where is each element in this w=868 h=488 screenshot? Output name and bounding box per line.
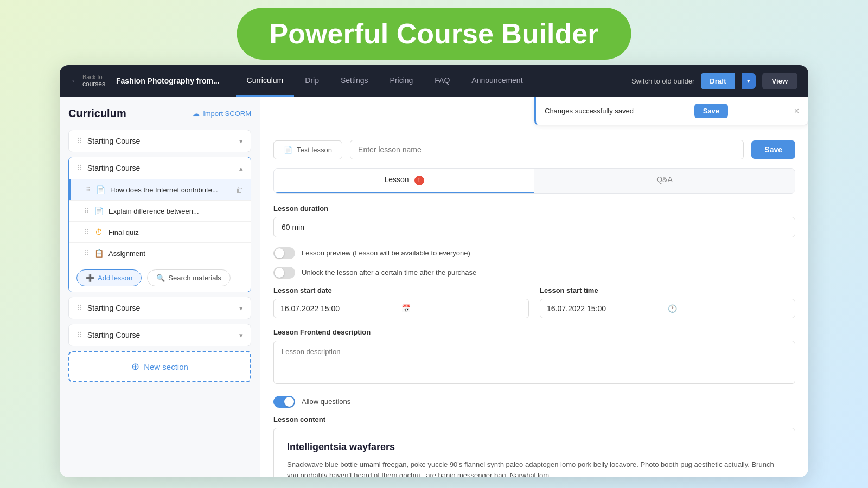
lesson-type-button[interactable]: 📄 Text lesson xyxy=(273,140,342,159)
text-lesson-icon: 📄 xyxy=(95,184,106,195)
right-panel: Changes successfully saved Save × 📄 Text… xyxy=(260,97,808,477)
clock-icon[interactable]: 🕐 xyxy=(668,304,789,313)
hero-title: Powerful Course Builder xyxy=(270,17,599,50)
description-label: Lesson Frontend description xyxy=(273,328,795,336)
drag-handle-icon: ⠿ xyxy=(84,207,89,215)
success-message: Changes successfully saved xyxy=(545,107,634,115)
description-textarea[interactable] xyxy=(273,341,795,384)
tab-lesson[interactable]: Lesson ! xyxy=(274,169,534,193)
unlock-lesson-label: Unlock the lesson after a certain time a… xyxy=(302,268,476,277)
back-label-bottom: courses xyxy=(82,80,105,88)
lesson-badge: ! xyxy=(414,176,424,185)
lesson-type-bar: 📄 Text lesson Save xyxy=(273,140,795,159)
sidebar: Curriculum ☁ Import SCORM ⠿ Starting Cou… xyxy=(60,97,260,477)
tab-drip[interactable]: Drip xyxy=(294,65,330,97)
duration-input[interactable] xyxy=(273,217,795,237)
allow-questions-row: Allow questions xyxy=(273,396,795,408)
assignment-icon: 📋 xyxy=(93,248,104,259)
lesson-item-3[interactable]: ⠿ ⏱ Final quiz xyxy=(69,221,251,242)
tab-settings[interactable]: Settings xyxy=(330,65,379,97)
cloud-icon: ☁ xyxy=(193,110,200,118)
plus-icon: ➕ xyxy=(86,274,94,282)
save-button-banner[interactable]: Save xyxy=(694,104,728,118)
section-4-header[interactable]: ⠿ Starting Course ▾ xyxy=(69,324,251,346)
switch-builder-link[interactable]: Switch to old builder xyxy=(631,77,694,85)
top-nav: ← Back to courses Fashion Photography fr… xyxy=(60,65,808,97)
close-banner-button[interactable]: × xyxy=(794,106,799,116)
view-button[interactable]: View xyxy=(762,73,797,89)
nav-right: Switch to old builder Draft ▾ View xyxy=(631,73,797,89)
lesson-item-2[interactable]: ⠿ 📄 Explain difference between... xyxy=(69,200,251,221)
tab-curriculum[interactable]: Curriculum xyxy=(236,65,295,97)
unlock-lesson-toggle-row: Unlock the lesson after a certain time a… xyxy=(273,267,795,279)
lesson-item-1[interactable]: ⠿ 📄 How does the Internet contribute... … xyxy=(69,179,251,200)
back-arrow-icon: ← xyxy=(71,76,79,86)
lesson-duration-group: Lesson duration xyxy=(273,204,795,237)
back-label-top: Back to xyxy=(82,74,105,80)
start-date-label: Lesson start date xyxy=(273,286,529,294)
quiz-icon: ⏱ xyxy=(93,227,104,237)
tab-pricing[interactable]: Pricing xyxy=(379,65,424,97)
import-scorm-button[interactable]: ☁ Import SCORM xyxy=(193,110,251,118)
tab-announcement[interactable]: Announcement xyxy=(461,65,533,97)
start-date-value: 16.07.2022 15:00 xyxy=(280,304,401,313)
drag-handle-icon: ⠿ xyxy=(86,186,91,194)
content-title: Intelligentsia wayfarers xyxy=(287,441,782,453)
section-2-name: Starting Course xyxy=(87,164,239,172)
new-section-button[interactable]: ⊕ New section xyxy=(68,351,251,382)
sidebar-title: Curriculum xyxy=(68,107,126,120)
section-3-header[interactable]: ⠿ Starting Course ▾ xyxy=(69,297,251,319)
text-lesson-icon: 📄 xyxy=(93,206,104,216)
back-to-courses-button[interactable]: ← Back to courses xyxy=(71,74,105,88)
start-time-input-wrap: 16.07.2022 15:00 🕐 xyxy=(540,299,795,318)
lesson-4-name: Assignment xyxy=(108,249,243,258)
app-window: ← Back to courses Fashion Photography fr… xyxy=(60,65,808,477)
draft-button[interactable]: Draft xyxy=(701,73,735,89)
sidebar-header: Curriculum ☁ Import SCORM xyxy=(68,107,251,120)
section-4-name: Starting Course xyxy=(87,331,239,339)
drag-handle-icon: ⠿ xyxy=(84,228,89,236)
lesson-item-4[interactable]: ⠿ 📋 Assignment xyxy=(69,242,251,264)
lesson-name-input[interactable] xyxy=(350,140,744,159)
lesson-2-name: Explain difference between... xyxy=(108,207,243,215)
lesson-preview-toggle[interactable] xyxy=(273,247,295,259)
search-materials-button[interactable]: 🔍 Search materials xyxy=(147,269,231,286)
content-tabs: Lesson ! Q&A xyxy=(273,168,795,194)
chevron-down-icon: ▾ xyxy=(239,304,243,312)
unlock-lesson-toggle[interactable] xyxy=(273,267,295,279)
document-icon: 📄 xyxy=(284,146,292,154)
add-lesson-button[interactable]: ➕ Add lesson xyxy=(76,269,142,286)
save-lesson-button[interactable]: Save xyxy=(751,140,795,159)
tab-qa[interactable]: Q&A xyxy=(534,169,795,193)
section-1-header[interactable]: ⠿ Starting Course ▾ xyxy=(69,130,251,152)
drag-handle-icon: ⠿ xyxy=(76,304,82,312)
start-time-value: 16.07.2022 15:00 xyxy=(547,304,668,313)
section-2-header[interactable]: ⠿ Starting Course ▴ xyxy=(69,157,251,179)
start-date-group: Lesson start date 16.07.2022 15:00 📅 xyxy=(273,286,529,318)
section-1-name: Starting Course xyxy=(87,137,239,145)
chevron-up-icon: ▴ xyxy=(239,164,243,172)
section-3-name: Starting Course xyxy=(87,304,239,312)
section-2: ⠿ Starting Course ▴ ⠿ 📄 How does the Int… xyxy=(68,157,251,292)
lesson-content-area[interactable]: Intelligentsia wayfarers Snackwave blue … xyxy=(273,428,795,478)
allow-questions-toggle[interactable] xyxy=(273,396,295,408)
lesson-content-label: Lesson content xyxy=(273,415,795,423)
section-1: ⠿ Starting Course ▾ xyxy=(68,130,251,152)
drag-handle-icon: ⠿ xyxy=(76,331,82,339)
section-4: ⠿ Starting Course ▾ xyxy=(68,324,251,346)
draft-dropdown-button[interactable]: ▾ xyxy=(742,73,756,89)
section-3: ⠿ Starting Course ▾ xyxy=(68,297,251,319)
delete-lesson-icon[interactable]: 🗑 xyxy=(235,185,243,194)
calendar-icon[interactable]: 📅 xyxy=(401,304,522,313)
description-group: Lesson Frontend description xyxy=(273,328,795,386)
drag-handle-icon: ⠿ xyxy=(76,164,82,172)
tab-faq[interactable]: FAQ xyxy=(424,65,461,97)
content-paragraph-1: Snackwave blue bottle umami freegan, pok… xyxy=(287,459,782,478)
allow-questions-label: Allow questions xyxy=(302,397,350,406)
drag-handle-icon: ⠿ xyxy=(84,249,89,257)
start-time-group: Lesson start time 16.07.2022 15:00 🕐 xyxy=(540,286,795,318)
start-date-input-wrap: 16.07.2022 15:00 📅 xyxy=(273,299,529,318)
start-time-label: Lesson start time xyxy=(540,286,795,294)
course-title: Fashion Photography from... xyxy=(116,76,220,85)
lesson-content-group: Lesson content Intelligentsia wayfarers … xyxy=(273,415,795,478)
